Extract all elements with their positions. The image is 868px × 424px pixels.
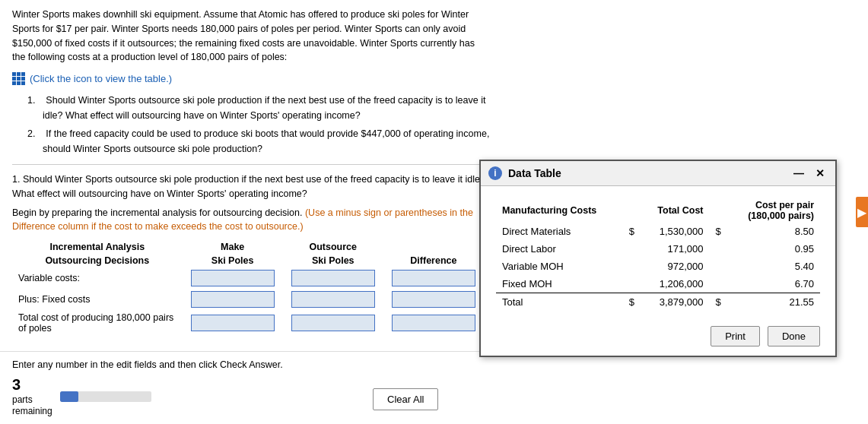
popup-col3-header: Cost per pair (180,000 pairs) <box>727 198 820 223</box>
popup-close-button[interactable]: ✕ <box>812 166 828 181</box>
row1-diff-input[interactable] <box>392 270 475 286</box>
col2-header: Make <box>183 240 283 254</box>
row1-label: Variable costs: <box>12 267 183 289</box>
grid-icon <box>12 72 25 85</box>
bottom-bar: Enter any number in the edit fields and … <box>0 351 502 424</box>
table-row: Variable costs: <box>12 267 484 289</box>
row1-make-input[interactable] <box>191 270 275 286</box>
done-button[interactable]: Done <box>768 326 820 346</box>
popup-table-row: Direct Materials $ 1,530,000 $ 8.50 <box>496 223 820 240</box>
parts-count-label: 3 parts remaining <box>12 376 52 416</box>
progress-bar-fill <box>60 391 78 402</box>
popup-col2-header: Total Cost <box>641 198 710 223</box>
q1-heading: 1. Should Winter Sports outsource ski po… <box>12 172 490 201</box>
col4-subhead: Difference <box>383 254 484 267</box>
click-icon-text[interactable]: (Click the icon to view the table.) <box>30 73 172 84</box>
problem-text: Winter Sports makes downhill ski equipme… <box>12 8 490 65</box>
popup-header: i Data Table — ✕ <box>481 161 835 186</box>
q2-number: 2. <box>27 128 35 139</box>
row3-diff-input[interactable] <box>392 315 475 331</box>
incremental-analysis-table: Incremental Analysis Make Outsource Outs… <box>12 240 484 336</box>
q2-body: If the freed capacity could be used to p… <box>43 128 489 154</box>
popup-row-total: 1,206,000 <box>641 275 710 293</box>
question-1-text: 1. Should Winter Sports outsource ski po… <box>27 93 490 123</box>
popup-row-perpair: 6.70 <box>727 275 820 293</box>
orange-arrow-tab[interactable]: ▶ <box>856 197 868 227</box>
popup-row-perpair: 0.95 <box>727 240 820 258</box>
popup-row-dollar2 <box>710 240 727 258</box>
popup-col1-header: Manufacturing Costs <box>496 198 623 223</box>
begin-text: Begin by preparing the incremental analy… <box>12 206 490 235</box>
col4-header <box>383 240 484 254</box>
popup-col3-dollar <box>710 198 727 223</box>
row3-make-input[interactable] <box>191 315 275 331</box>
col1-subhead: Outsourcing Decisions <box>12 254 183 267</box>
row2-make-cell <box>183 289 283 310</box>
q1-number: 1. <box>27 95 35 106</box>
popup-footer: Print Done <box>481 318 835 356</box>
row1-outsource-cell <box>283 267 383 289</box>
popup-row-dollar1: $ <box>623 223 641 240</box>
popup-row-name: Direct Labor <box>496 240 623 258</box>
row1-diff-cell <box>383 267 484 289</box>
popup-row-total: 3,879,000 <box>641 293 710 312</box>
row2-diff-cell <box>383 289 484 310</box>
row3-outsource-input[interactable] <box>291 315 375 331</box>
col3-subhead: Ski Poles <box>283 254 383 267</box>
popup-header-left: i Data Table <box>488 166 561 180</box>
print-button[interactable]: Print <box>711 326 760 346</box>
popup-row-perpair: 8.50 <box>727 223 820 240</box>
row2-diff-input[interactable] <box>392 291 475 308</box>
q1-body: Should Winter Sports outsource ski pole … <box>43 95 485 121</box>
questions-section: 1. Should Winter Sports outsource ski po… <box>12 93 490 157</box>
popup-row-name: Total <box>496 293 623 312</box>
data-table-popup: i Data Table — ✕ Manufacturing Costs Tot… <box>479 160 837 357</box>
col1-header: Incremental Analysis <box>12 240 183 254</box>
row3-make-cell <box>183 310 283 336</box>
clear-all-button[interactable]: Clear All <box>373 388 438 410</box>
row1-make-cell <box>183 267 283 289</box>
popup-table-row: Fixed MOH 1,206,000 6.70 <box>496 275 820 293</box>
popup-row-dollar1 <box>623 275 641 293</box>
main-content: Winter Sports makes downhill ski equipme… <box>0 0 502 343</box>
popup-row-perpair: 21.55 <box>727 293 820 312</box>
popup-minimize-button[interactable]: — <box>791 166 806 181</box>
col2-subhead: Ski Poles <box>183 254 283 267</box>
popup-controls: — ✕ <box>791 166 828 181</box>
popup-row-total: 171,000 <box>641 240 710 258</box>
popup-row-name: Variable MOH <box>496 258 623 275</box>
row2-make-input[interactable] <box>191 291 275 308</box>
question-2-text: 2. If the freed capacity could be used t… <box>27 126 490 157</box>
popup-table-row: Total $ 3,879,000 $ 21.55 <box>496 293 820 312</box>
popup-row-dollar1: $ <box>623 293 641 312</box>
popup-body: Manufacturing Costs Total Cost Cost per … <box>481 186 835 318</box>
row2-label: Plus: Fixed costs <box>12 289 183 310</box>
row1-outsource-input[interactable] <box>291 270 375 286</box>
popup-row-name: Fixed MOH <box>496 275 623 293</box>
popup-row-total: 1,530,000 <box>641 223 710 240</box>
row3-label: Total cost of producing 180,000 pairs of… <box>12 310 183 336</box>
popup-col2-header-dollar <box>623 198 641 223</box>
parts-number: 3 <box>12 376 21 393</box>
popup-table-row: Variable MOH 972,000 5.40 <box>496 258 820 275</box>
enter-text: Enter any number in the edit fields and … <box>12 359 490 370</box>
popup-title: Data Table <box>508 167 561 179</box>
row2-outsource-input[interactable] <box>291 291 375 308</box>
popup-row-dollar2: $ <box>710 223 727 240</box>
popup-row-dollar2: $ <box>710 293 727 312</box>
click-icon-row[interactable]: (Click the icon to view the table.) <box>12 72 490 85</box>
info-icon: i <box>488 166 502 180</box>
popup-row-dollar1 <box>623 240 641 258</box>
popup-row-perpair: 5.40 <box>727 258 820 275</box>
popup-row-dollar2 <box>710 275 727 293</box>
table-row: Plus: Fixed costs <box>12 289 484 310</box>
parts-label: parts remaining <box>12 394 52 416</box>
popup-row-dollar1 <box>623 258 641 275</box>
row2-outsource-cell <box>283 289 383 310</box>
popup-row-dollar2 <box>710 258 727 275</box>
popup-row-name: Direct Materials <box>496 223 623 240</box>
popup-table-row: Direct Labor 171,000 0.95 <box>496 240 820 258</box>
data-popup-table: Manufacturing Costs Total Cost Cost per … <box>496 198 820 311</box>
table-row: Total cost of producing 180,000 pairs of… <box>12 310 484 336</box>
question-section-1: 1. Should Winter Sports outsource ski po… <box>12 164 490 336</box>
